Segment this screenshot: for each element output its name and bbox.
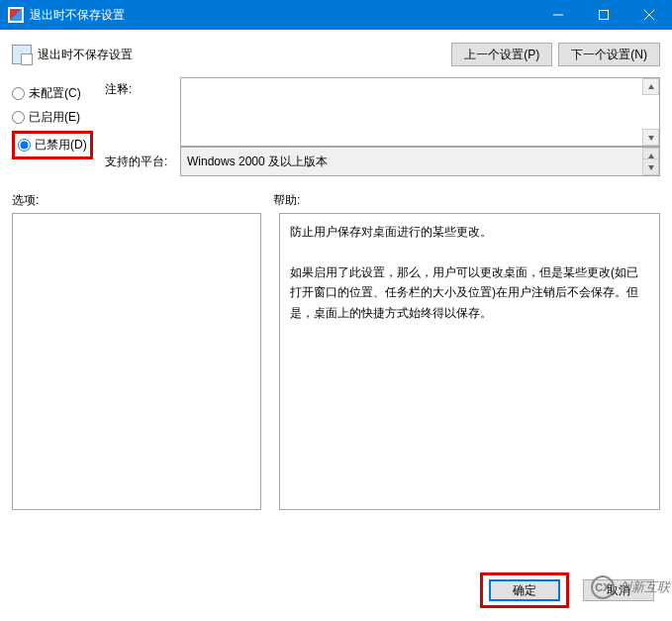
next-setting-button[interactable]: 下一个设置(N) <box>558 43 660 66</box>
maximize-button[interactable] <box>581 0 626 30</box>
scroll-down-icon <box>642 158 659 175</box>
app-icon <box>8 7 24 23</box>
radio-disabled-label: 已禁用(D) <box>35 137 87 154</box>
highlight-ok: 确定 <box>480 572 569 608</box>
highlight-disabled: 已禁用(D) <box>12 131 93 159</box>
radio-disabled[interactable]: 已禁用(D) <box>18 137 87 154</box>
state-radio-group: 未配置(C) 已启用(E) 已禁用(D) <box>12 77 101 176</box>
radio-enabled-label: 已启用(E) <box>29 109 80 126</box>
minimize-button[interactable] <box>535 0 581 30</box>
platform-label: 支持的平台: <box>105 147 176 176</box>
radio-enabled-input[interactable] <box>12 111 25 124</box>
window-title: 退出时不保存设置 <box>30 7 125 24</box>
svg-marker-5 <box>648 136 654 141</box>
options-pane <box>12 213 261 510</box>
help-paragraph: 如果启用了此设置，那么，用户可以更改桌面，但是某些更改(如已打开窗口的位置、任务… <box>290 262 649 323</box>
help-label: 帮助: <box>273 192 300 209</box>
comment-label: 注释: <box>105 77 176 147</box>
radio-disabled-input[interactable] <box>18 139 31 152</box>
ok-button[interactable]: 确定 <box>489 579 560 601</box>
help-pane: 防止用户保存对桌面进行的某些更改。 如果启用了此设置，那么，用户可以更改桌面，但… <box>279 213 660 510</box>
scroll-up-icon[interactable] <box>642 78 659 95</box>
scroll-down-icon[interactable] <box>642 129 659 146</box>
supported-platform-field: Windows 2000 及以上版本 <box>180 147 660 176</box>
svg-marker-4 <box>648 84 654 89</box>
radio-enabled[interactable]: 已启用(E) <box>12 105 101 129</box>
svg-marker-7 <box>648 165 654 170</box>
supported-platform-value: Windows 2000 及以上版本 <box>187 154 328 170</box>
policy-title: 退出时不保存设置 <box>38 47 133 63</box>
close-button[interactable] <box>626 0 672 30</box>
dialog-content: 退出时不保存设置 上一个设置(P) 下一个设置(N) 未配置(C) 已启用(E)… <box>0 30 672 621</box>
svg-marker-6 <box>648 154 654 158</box>
radio-not-configured-input[interactable] <box>12 87 25 100</box>
policy-icon <box>12 45 32 64</box>
cancel-button[interactable]: 取消 <box>583 579 654 601</box>
help-paragraph: 防止用户保存对桌面进行的某些更改。 <box>290 222 649 242</box>
previous-setting-button[interactable]: 上一个设置(P) <box>451 43 552 66</box>
comment-textarea[interactable] <box>180 77 660 147</box>
options-label: 选项: <box>12 192 273 209</box>
dialog-footer: 确定 取消 <box>480 573 654 607</box>
radio-not-configured[interactable]: 未配置(C) <box>12 81 101 105</box>
radio-not-configured-label: 未配置(C) <box>29 85 81 102</box>
title-bar: 退出时不保存设置 <box>0 0 672 30</box>
svg-rect-1 <box>600 11 609 20</box>
